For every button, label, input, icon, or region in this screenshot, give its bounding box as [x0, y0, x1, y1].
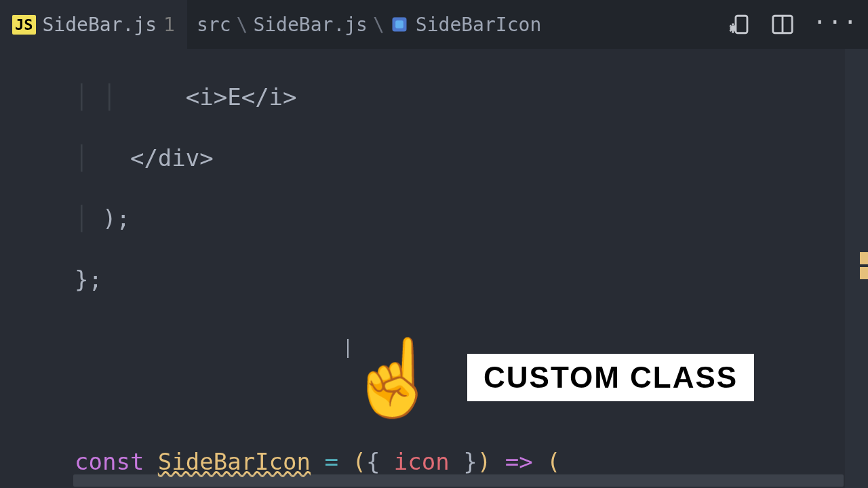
breadcrumb[interactable]: src \ SideBar.js \ SideBarIcon	[187, 14, 541, 36]
breadcrumb-separator: \	[373, 14, 384, 36]
code-line: const SideBarIcon = ({ icon }) => (	[75, 447, 868, 477]
minimap-warning-marker	[860, 267, 868, 279]
horizontal-scrollbar[interactable]	[73, 474, 844, 487]
breadcrumb-separator: \	[237, 14, 248, 36]
minimap-warning-marker	[860, 252, 868, 264]
run-settings-icon[interactable]	[729, 13, 752, 36]
breadcrumb-folder: src	[197, 14, 231, 36]
symbol-method-icon	[390, 15, 409, 34]
editor-actions: ···	[729, 10, 859, 39]
annotation-overlay: ☝️ CUSTOM CLASS	[347, 340, 754, 415]
split-editor-icon[interactable]	[771, 13, 794, 36]
more-actions-icon[interactable]: ···	[813, 10, 859, 39]
code-line: │ </div>	[75, 143, 868, 174]
code-line: };	[75, 264, 868, 295]
tab-filename: SideBar.js	[43, 14, 157, 36]
minimap[interactable]	[845, 49, 868, 488]
svg-rect-1	[395, 20, 403, 28]
annotation-label: CUSTOM CLASS	[467, 354, 754, 401]
code-editor[interactable]: │ │ <i>E</i> │ </div> │ ); }; const Side…	[0, 49, 868, 488]
code-line: │ );	[75, 203, 868, 234]
code-line: │ │ <i>E</i>	[75, 82, 868, 113]
svg-rect-2	[735, 16, 747, 33]
js-language-icon: JS	[12, 15, 36, 35]
breadcrumb-file: SideBar.js	[253, 14, 368, 36]
tab-bar: JS SideBar.js 1 src \ SideBar.js \ SideB…	[0, 0, 868, 49]
editor-tab[interactable]: JS SideBar.js 1	[0, 0, 187, 49]
tab-problems-count: 1	[163, 14, 175, 36]
pointing-up-icon: ☝️	[347, 340, 440, 415]
breadcrumb-symbol: SideBarIcon	[416, 14, 541, 36]
warning-underline: SideBarIcon	[158, 448, 311, 475]
